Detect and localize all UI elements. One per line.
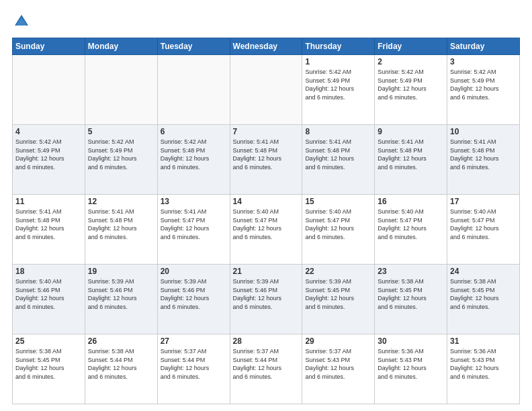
day-number: 21 [233,267,300,276]
calendar-cell: 4Sunrise: 5:42 AM Sunset: 5:49 PM Daylig… [13,125,85,195]
weekday-header-monday: Monday [85,38,157,55]
weekday-header-tuesday: Tuesday [157,38,230,55]
day-number: 8 [305,127,371,136]
calendar-cell: 26Sunrise: 5:38 AM Sunset: 5:44 PM Dayli… [85,334,157,404]
day-number: 24 [450,267,517,276]
day-info: Sunrise: 5:41 AM Sunset: 5:47 PM Dayligh… [161,208,227,241]
calendar-cell [230,55,302,125]
calendar-cell: 8Sunrise: 5:41 AM Sunset: 5:48 PM Daylig… [302,125,375,195]
calendar-cell: 18Sunrise: 5:40 AM Sunset: 5:46 PM Dayli… [13,265,85,334]
weekday-header-wednesday: Wednesday [230,38,302,55]
logo [12,12,34,31]
calendar-cell: 31Sunrise: 5:36 AM Sunset: 5:43 PM Dayli… [447,334,520,404]
day-info: Sunrise: 5:39 AM Sunset: 5:46 PM Dayligh… [161,277,227,311]
day-info: Sunrise: 5:41 AM Sunset: 5:48 PM Dayligh… [15,208,82,241]
day-info: Sunrise: 5:38 AM Sunset: 5:44 PM Dayligh… [88,347,154,381]
calendar-week-row: 1Sunrise: 5:42 AM Sunset: 5:49 PM Daylig… [13,55,520,125]
day-number: 3 [450,57,517,66]
day-number: 12 [88,197,154,206]
day-info: Sunrise: 5:37 AM Sunset: 5:44 PM Dayligh… [233,347,300,381]
day-number: 29 [305,336,371,346]
day-info: Sunrise: 5:37 AM Sunset: 5:43 PM Dayligh… [305,347,371,381]
day-info: Sunrise: 5:36 AM Sunset: 5:43 PM Dayligh… [378,347,444,381]
calendar-cell: 13Sunrise: 5:41 AM Sunset: 5:47 PM Dayli… [157,195,230,265]
calendar-cell: 17Sunrise: 5:40 AM Sunset: 5:47 PM Dayli… [447,195,520,265]
calendar-cell [85,55,157,125]
calendar-week-row: 4Sunrise: 5:42 AM Sunset: 5:49 PM Daylig… [13,125,520,195]
day-info: Sunrise: 5:42 AM Sunset: 5:49 PM Dayligh… [88,138,154,171]
day-number: 16 [378,197,444,206]
calendar-cell: 30Sunrise: 5:36 AM Sunset: 5:43 PM Dayli… [375,334,447,404]
day-number: 20 [161,267,227,276]
day-info: Sunrise: 5:41 AM Sunset: 5:48 PM Dayligh… [305,138,371,171]
calendar-week-row: 11Sunrise: 5:41 AM Sunset: 5:48 PM Dayli… [13,195,520,265]
calendar-cell: 20Sunrise: 5:39 AM Sunset: 5:46 PM Dayli… [157,265,230,334]
day-number: 26 [88,336,154,346]
day-info: Sunrise: 5:41 AM Sunset: 5:48 PM Dayligh… [378,138,444,171]
calendar-cell: 6Sunrise: 5:42 AM Sunset: 5:48 PM Daylig… [157,125,230,195]
day-number: 4 [15,127,82,136]
calendar-cell: 9Sunrise: 5:41 AM Sunset: 5:48 PM Daylig… [375,125,447,195]
calendar-cell: 28Sunrise: 5:37 AM Sunset: 5:44 PM Dayli… [230,334,302,404]
day-info: Sunrise: 5:40 AM Sunset: 5:47 PM Dayligh… [450,208,517,241]
day-number: 28 [233,336,300,346]
calendar-cell: 3Sunrise: 5:42 AM Sunset: 5:49 PM Daylig… [447,55,520,125]
calendar-cell: 21Sunrise: 5:39 AM Sunset: 5:46 PM Dayli… [230,265,302,334]
day-info: Sunrise: 5:38 AM Sunset: 5:45 PM Dayligh… [15,347,82,381]
day-info: Sunrise: 5:37 AM Sunset: 5:44 PM Dayligh… [161,347,227,381]
day-number: 11 [15,197,82,206]
calendar-week-row: 18Sunrise: 5:40 AM Sunset: 5:46 PM Dayli… [13,265,520,334]
day-info: Sunrise: 5:42 AM Sunset: 5:49 PM Dayligh… [305,68,371,101]
day-number: 23 [378,267,444,276]
day-info: Sunrise: 5:38 AM Sunset: 5:45 PM Dayligh… [450,277,517,311]
calendar-cell: 10Sunrise: 5:41 AM Sunset: 5:48 PM Dayli… [447,125,520,195]
day-info: Sunrise: 5:42 AM Sunset: 5:49 PM Dayligh… [378,68,444,101]
calendar-cell: 16Sunrise: 5:40 AM Sunset: 5:47 PM Dayli… [375,195,447,265]
day-info: Sunrise: 5:42 AM Sunset: 5:49 PM Dayligh… [450,68,517,101]
day-number: 17 [450,197,517,206]
day-number: 5 [88,127,154,136]
day-number: 31 [450,336,517,346]
calendar-table: SundayMondayTuesdayWednesdayThursdayFrid… [12,38,520,404]
calendar-cell: 24Sunrise: 5:38 AM Sunset: 5:45 PM Dayli… [447,265,520,334]
day-number: 7 [233,127,300,136]
calendar-cell: 19Sunrise: 5:39 AM Sunset: 5:46 PM Dayli… [85,265,157,334]
calendar-cell: 27Sunrise: 5:37 AM Sunset: 5:44 PM Dayli… [157,334,230,404]
page: SundayMondayTuesdayWednesdayThursdayFrid… [0,0,532,411]
day-number: 15 [305,197,371,206]
day-info: Sunrise: 5:36 AM Sunset: 5:43 PM Dayligh… [450,347,517,381]
calendar-cell: 25Sunrise: 5:38 AM Sunset: 5:45 PM Dayli… [13,334,85,404]
day-number: 25 [15,336,82,346]
day-info: Sunrise: 5:38 AM Sunset: 5:45 PM Dayligh… [378,277,444,311]
day-info: Sunrise: 5:39 AM Sunset: 5:46 PM Dayligh… [233,277,300,311]
calendar-header-row: SundayMondayTuesdayWednesdayThursdayFrid… [13,38,520,55]
day-number: 19 [88,267,154,276]
calendar-cell: 22Sunrise: 5:39 AM Sunset: 5:45 PM Dayli… [302,265,375,334]
day-info: Sunrise: 5:42 AM Sunset: 5:49 PM Dayligh… [15,138,82,171]
calendar-week-row: 25Sunrise: 5:38 AM Sunset: 5:45 PM Dayli… [13,334,520,404]
day-number: 18 [15,267,82,276]
day-info: Sunrise: 5:41 AM Sunset: 5:48 PM Dayligh… [450,138,517,171]
calendar-cell: 1Sunrise: 5:42 AM Sunset: 5:49 PM Daylig… [302,55,375,125]
day-number: 30 [378,336,444,346]
header [12,12,520,31]
calendar-cell: 15Sunrise: 5:40 AM Sunset: 5:47 PM Dayli… [302,195,375,265]
calendar-cell [13,55,85,125]
day-info: Sunrise: 5:39 AM Sunset: 5:46 PM Dayligh… [88,277,154,311]
day-info: Sunrise: 5:42 AM Sunset: 5:48 PM Dayligh… [161,138,227,171]
day-number: 2 [378,57,444,66]
calendar-cell: 29Sunrise: 5:37 AM Sunset: 5:43 PM Dayli… [302,334,375,404]
day-number: 13 [161,197,227,206]
day-info: Sunrise: 5:40 AM Sunset: 5:46 PM Dayligh… [15,277,82,311]
weekday-header-saturday: Saturday [447,38,520,55]
calendar-cell: 23Sunrise: 5:38 AM Sunset: 5:45 PM Dayli… [375,265,447,334]
day-info: Sunrise: 5:40 AM Sunset: 5:47 PM Dayligh… [378,208,444,241]
calendar-cell [157,55,230,125]
day-info: Sunrise: 5:39 AM Sunset: 5:45 PM Dayligh… [305,277,371,311]
calendar-cell: 11Sunrise: 5:41 AM Sunset: 5:48 PM Dayli… [13,195,85,265]
logo-icon [12,12,31,31]
calendar-cell: 12Sunrise: 5:41 AM Sunset: 5:48 PM Dayli… [85,195,157,265]
day-number: 22 [305,267,371,276]
day-info: Sunrise: 5:41 AM Sunset: 5:48 PM Dayligh… [88,208,154,241]
day-number: 14 [233,197,300,206]
